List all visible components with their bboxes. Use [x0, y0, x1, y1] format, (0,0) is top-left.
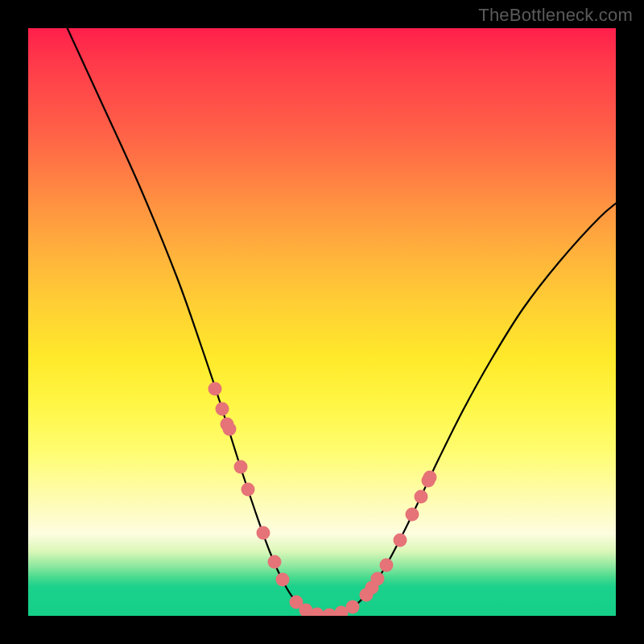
data-dot [323, 609, 336, 617]
data-dot [234, 460, 248, 474]
watermark-text: TheBottleneck.com [478, 5, 633, 26]
chart-container: TheBottleneck.com [0, 0, 644, 644]
data-dot [380, 559, 394, 572]
data-dot [208, 382, 222, 396]
data-dots-bottom [290, 596, 360, 617]
data-dot [216, 402, 229, 416]
data-dot [406, 508, 419, 522]
data-dot [276, 573, 290, 587]
data-dot [423, 471, 437, 485]
data-dot [257, 526, 270, 540]
data-dot [223, 423, 237, 436]
data-dot [371, 572, 385, 586]
data-dot [394, 534, 407, 547]
plot-area [28, 28, 616, 616]
data-dot [415, 490, 428, 504]
bottleneck-curve [64, 28, 616, 616]
data-dots-left [208, 382, 290, 587]
data-dot [346, 601, 360, 614]
data-dots-right [360, 471, 437, 602]
data-dot [242, 483, 255, 497]
data-dot [268, 555, 282, 569]
curve-svg [28, 28, 616, 616]
